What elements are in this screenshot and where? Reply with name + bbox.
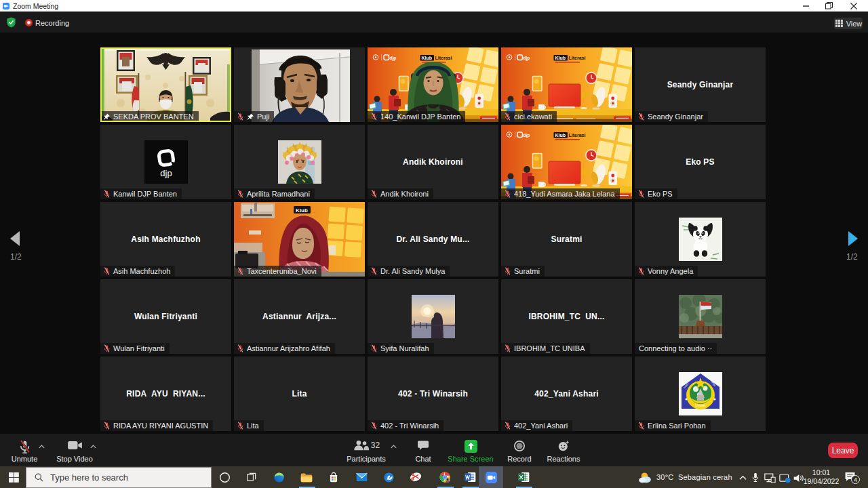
svg-text:Unwah: Unwah	[695, 403, 706, 407]
svg-text:Klub: Klub	[296, 207, 308, 214]
svg-text:djp: djp	[160, 168, 172, 178]
